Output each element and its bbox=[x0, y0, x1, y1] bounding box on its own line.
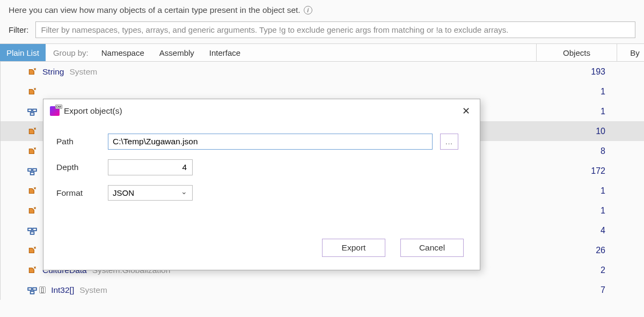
class-icon bbox=[27, 87, 37, 97]
svg-rect-6 bbox=[28, 228, 32, 231]
class-icon bbox=[27, 127, 37, 136]
namespace-name: System bbox=[79, 285, 107, 295]
type-name: Int32[] bbox=[51, 285, 74, 295]
objects-count: 1 bbox=[537, 186, 644, 196]
svg-rect-9 bbox=[28, 287, 32, 290]
row-content: []Int32[]System bbox=[1, 285, 537, 295]
class-icon bbox=[27, 266, 37, 275]
dialog-titlebar: Export object(s) ✕ bbox=[43, 99, 480, 123]
app-icon bbox=[50, 106, 60, 116]
struct-icon bbox=[27, 107, 37, 116]
class-icon bbox=[27, 186, 37, 196]
filter-input[interactable] bbox=[35, 21, 636, 38]
svg-rect-8 bbox=[31, 232, 34, 234]
export-button[interactable]: Export bbox=[322, 239, 385, 257]
dialog-button-row: Export Cancel bbox=[322, 239, 464, 257]
svg-rect-7 bbox=[33, 228, 36, 231]
info-icon[interactable]: i bbox=[304, 6, 312, 14]
browse-button[interactable]: ... bbox=[440, 134, 458, 150]
objects-count: 4 bbox=[537, 226, 644, 235]
objects-count: 26 bbox=[537, 246, 644, 255]
close-icon[interactable]: ✕ bbox=[458, 104, 473, 119]
objects-count: 10 bbox=[537, 127, 644, 136]
column-header-objects[interactable]: Objects bbox=[537, 44, 617, 61]
struct-icon bbox=[27, 226, 37, 235]
objects-count: 8 bbox=[537, 146, 644, 156]
class-icon bbox=[27, 67, 37, 77]
export-dialog: Export object(s) ✕ Path ... Depth Format… bbox=[43, 99, 480, 270]
table-row[interactable]: []Int32[]System7 bbox=[1, 280, 644, 300]
svg-rect-3 bbox=[28, 168, 32, 171]
objects-count: 193 bbox=[537, 67, 644, 77]
class-icon bbox=[27, 246, 37, 255]
dialog-body: Path ... Depth Format JSON bbox=[43, 123, 480, 221]
class-icon bbox=[27, 146, 37, 156]
dialog-title-text: Export object(s) bbox=[64, 106, 122, 116]
format-label: Format bbox=[56, 188, 108, 198]
svg-rect-1 bbox=[33, 109, 36, 112]
objects-count: 1 bbox=[537, 206, 644, 216]
svg-rect-4 bbox=[33, 168, 36, 171]
array-badge-icon: [] bbox=[39, 286, 46, 293]
description-text: Here you can view how many objects of a … bbox=[9, 5, 301, 15]
table-row[interactable]: StringSystem193 bbox=[1, 62, 644, 82]
struct-array-icon bbox=[27, 285, 37, 295]
column-header-bytes[interactable]: By bbox=[617, 44, 644, 61]
path-label: Path bbox=[56, 137, 108, 146]
depth-input[interactable] bbox=[108, 159, 193, 175]
svg-rect-11 bbox=[31, 291, 34, 294]
class-icon bbox=[27, 206, 37, 216]
namespace-name: System bbox=[70, 67, 98, 77]
objects-count: 1 bbox=[537, 107, 644, 116]
page-description: Here you can view how many objects of a … bbox=[0, 0, 644, 19]
group-by-namespace[interactable]: Namespace bbox=[94, 44, 152, 61]
svg-rect-5 bbox=[31, 172, 34, 175]
group-by-assembly[interactable]: Assembly bbox=[152, 44, 202, 61]
toolbar: Plain List Group by: Namespace Assembly … bbox=[0, 43, 644, 62]
objects-count: 7 bbox=[537, 285, 644, 295]
objects-count: 1 bbox=[537, 87, 644, 97]
tab-plain-list[interactable]: Plain List bbox=[0, 44, 46, 61]
format-select[interactable]: JSON bbox=[108, 185, 193, 201]
type-name: String bbox=[42, 67, 64, 77]
group-by-label: Group by: bbox=[46, 44, 94, 61]
depth-label: Depth bbox=[56, 163, 108, 172]
objects-count: 2 bbox=[537, 266, 644, 275]
struct-icon bbox=[27, 166, 37, 176]
path-input[interactable] bbox=[108, 134, 433, 150]
row-content bbox=[1, 87, 537, 97]
objects-count: 172 bbox=[537, 166, 644, 176]
filter-label: Filter: bbox=[9, 25, 29, 34]
svg-rect-10 bbox=[33, 287, 36, 290]
row-content: StringSystem bbox=[1, 67, 537, 77]
cancel-button[interactable]: Cancel bbox=[400, 239, 464, 257]
group-by-interface[interactable]: Interface bbox=[202, 44, 248, 61]
svg-rect-0 bbox=[28, 109, 32, 112]
svg-rect-2 bbox=[31, 113, 34, 115]
filter-row: Filter: bbox=[0, 19, 644, 43]
